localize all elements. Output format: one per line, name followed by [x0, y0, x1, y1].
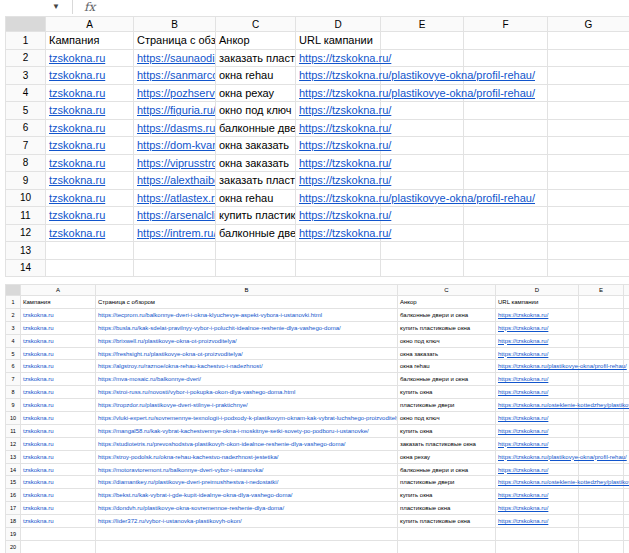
cell[interactable]: [579, 528, 624, 541]
row-header[interactable]: 7: [6, 373, 21, 386]
cell[interactable]: https://tzskokna.ru/: [296, 119, 381, 137]
cell[interactable]: tzskokna.ru: [21, 347, 96, 360]
cell[interactable]: [548, 119, 629, 137]
cell[interactable]: окна рехау: [398, 450, 496, 463]
cell[interactable]: [548, 207, 629, 225]
cell[interactable]: [624, 540, 629, 553]
cell[interactable]: [579, 437, 624, 450]
cell[interactable]: [96, 528, 398, 541]
cell-link[interactable]: https://tzskokna.ru/plastikovye-okna/pro…: [498, 363, 627, 369]
cell-link[interactable]: https://tzskokna.ru/plastikovye-okna/pro…: [498, 454, 627, 460]
cell[interactable]: https://dasms.ru: [134, 119, 216, 137]
cell-link[interactable]: https://pozhservi: [137, 87, 215, 99]
cell-link[interactable]: https://tropzdor.ru/plastikovye-dveri-st…: [98, 402, 248, 408]
cell[interactable]: [216, 242, 296, 260]
cell-link[interactable]: tzskokna.ru: [49, 157, 105, 169]
cell[interactable]: [579, 334, 624, 347]
column-header[interactable]: D: [296, 17, 381, 32]
cell[interactable]: https://tzskokna.ru/: [496, 437, 579, 450]
row-header[interactable]: 3: [6, 321, 21, 334]
row-header[interactable]: 20: [6, 540, 21, 553]
row-header[interactable]: 13: [6, 242, 46, 260]
cell[interactable]: [381, 137, 464, 155]
row-header[interactable]: 1: [6, 296, 21, 309]
cell[interactable]: [381, 102, 464, 120]
cell-link[interactable]: https://tzskokna.ru/: [498, 389, 548, 395]
cell[interactable]: https://stroi-russ.ru/novosti/vybor-i-po…: [96, 386, 398, 399]
cell-link[interactable]: tzskokna.ru: [49, 69, 105, 81]
cell[interactable]: [624, 528, 629, 541]
column-header[interactable]: A: [21, 285, 96, 296]
cell[interactable]: [381, 172, 464, 190]
cell[interactable]: [548, 102, 629, 120]
row-header[interactable]: 3: [6, 67, 46, 85]
cell[interactable]: [21, 528, 96, 541]
row-header[interactable]: 8: [6, 386, 21, 399]
cell[interactable]: [624, 386, 629, 399]
cell-link[interactable]: https://brixwell.ru/plastikovye-okna-ot-…: [98, 338, 237, 344]
row-header[interactable]: 4: [6, 334, 21, 347]
row-header[interactable]: 8: [6, 154, 46, 172]
cell[interactable]: [464, 49, 548, 67]
cell-link[interactable]: https://freshsight.ru/plastikovye-okna-o…: [98, 351, 243, 357]
row-header[interactable]: 6: [6, 119, 46, 137]
cell[interactable]: https://tzskokna.ru/plastikovye-okna/pro…: [296, 67, 381, 85]
cell-link[interactable]: https://tzskokna.ru/: [498, 376, 548, 382]
cell[interactable]: [548, 259, 629, 277]
cell[interactable]: https://dondvh.ru/plastikovye-okna-sovre…: [96, 502, 398, 515]
cell[interactable]: tzskokna.ru: [21, 373, 96, 386]
cell[interactable]: купить пластиковые окна: [398, 321, 496, 334]
cell[interactable]: https://sanmarco: [134, 67, 216, 85]
cell[interactable]: https://tzskokna.ru/: [496, 463, 579, 476]
cell[interactable]: [464, 154, 548, 172]
cell[interactable]: [624, 321, 629, 334]
cell[interactable]: балконные двери и окна: [216, 119, 296, 137]
cell[interactable]: окно под ключ: [398, 412, 496, 425]
cell[interactable]: [579, 296, 624, 309]
cell[interactable]: [579, 489, 624, 502]
cell[interactable]: tzskokna.ru: [21, 334, 96, 347]
cell-link[interactable]: https://tzskokna.ru/: [498, 518, 548, 524]
cell[interactable]: [21, 540, 96, 553]
cell[interactable]: купить окна: [398, 424, 496, 437]
cell[interactable]: пластиковые двери: [398, 399, 496, 412]
cell[interactable]: https://diamantkey.ru/plastikovye-dveri-…: [96, 476, 398, 489]
cell-link[interactable]: tzskokna.ru: [23, 415, 54, 421]
cell[interactable]: [548, 32, 629, 50]
cell[interactable]: https://tropzdor.ru/plastikovye-dveri-st…: [96, 399, 398, 412]
cell-link[interactable]: https://tzskokna.ru/: [299, 209, 391, 221]
cell-link[interactable]: tzskokna.ru: [23, 338, 54, 344]
cell[interactable]: [496, 540, 579, 553]
cell[interactable]: окна rehau: [216, 189, 296, 207]
cell[interactable]: [548, 84, 629, 102]
cell[interactable]: [96, 540, 398, 553]
cell[interactable]: https://intrem.ru/: [134, 224, 216, 242]
row-header[interactable]: 12: [6, 224, 46, 242]
corner-cell[interactable]: [6, 285, 21, 296]
cell[interactable]: [381, 259, 464, 277]
cell-link[interactable]: https://tzskokna.ru/: [299, 174, 391, 186]
cell[interactable]: [579, 308, 624, 321]
cell[interactable]: [398, 528, 496, 541]
cell[interactable]: [548, 154, 629, 172]
cell[interactable]: tzskokna.ru: [21, 308, 96, 321]
row-header[interactable]: 4: [6, 84, 46, 102]
cell[interactable]: tzskokna.ru: [46, 119, 134, 137]
cell[interactable]: tzskokna.ru: [46, 137, 134, 155]
cell-link[interactable]: tzskokna.ru: [49, 227, 105, 239]
cell[interactable]: URL кампании: [296, 32, 381, 50]
cell[interactable]: окно под ключ: [398, 334, 496, 347]
cell[interactable]: [579, 386, 624, 399]
cell[interactable]: tzskokna.ru: [46, 172, 134, 190]
row-header[interactable]: 10: [6, 189, 46, 207]
cell[interactable]: [624, 308, 629, 321]
cell-link[interactable]: tzskokna.ru: [49, 52, 105, 64]
cell[interactable]: tzskokna.ru: [46, 49, 134, 67]
cell[interactable]: окна rehau: [216, 67, 296, 85]
cell[interactable]: [398, 540, 496, 553]
cell[interactable]: Кампания: [21, 296, 96, 309]
row-header[interactable]: 14: [6, 259, 46, 277]
row-header[interactable]: 5: [6, 102, 46, 120]
cell-link[interactable]: https://tzskokna.ru/: [498, 325, 548, 331]
cell[interactable]: https://viprusstro: [134, 154, 216, 172]
